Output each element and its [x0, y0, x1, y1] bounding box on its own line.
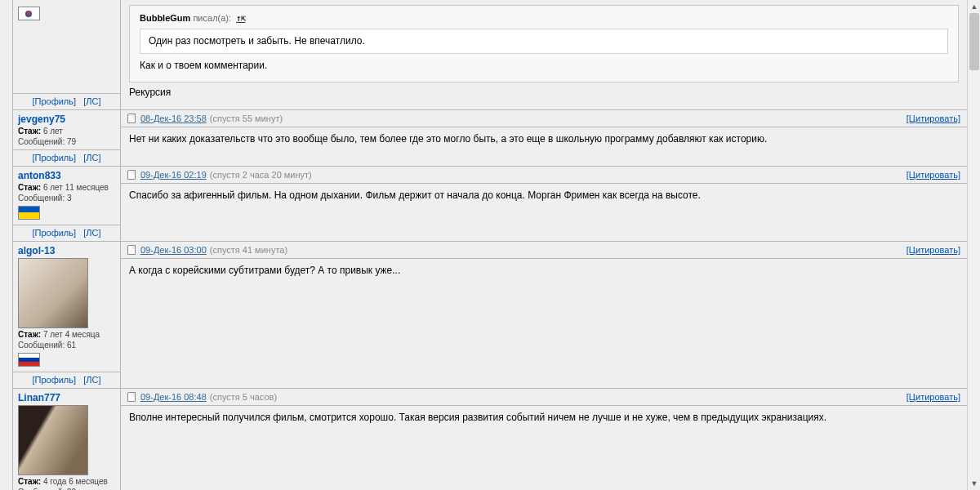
- user-tenure: Стаж: 6 лет: [18, 127, 115, 136]
- user-actions: [Профиль] [ЛС]: [13, 93, 120, 109]
- forum-post: Linan777Стаж: 4 года 6 месяцевСообщений:…: [13, 389, 967, 490]
- user-actions: [Профиль] [ЛС]: [13, 225, 120, 241]
- posts-label: Сообщений:: [18, 341, 65, 350]
- post-text: Нет ни каких доказательств что это вообщ…: [129, 132, 959, 146]
- forum-post: algol-13Стаж: 7 лет 4 месяцаСообщений: 6…: [13, 242, 967, 389]
- user-avatar: [18, 405, 88, 475]
- post-body: Вполне интересный получился фильм, смотр…: [121, 406, 967, 490]
- profile-link[interactable]: [Профиль]: [32, 153, 76, 163]
- tenure-label: Стаж:: [18, 330, 41, 339]
- user-cell: jevgeny75Стаж: 6 летСообщений: 79[Профил…: [13, 110, 121, 166]
- user-post-count: Сообщений: 3: [18, 194, 115, 203]
- user-cell: Linan777Стаж: 4 года 6 месяцевСообщений:…: [13, 389, 121, 490]
- post-delta: (спустя 55 минут): [210, 114, 283, 123]
- pm-link[interactable]: [ЛС]: [83, 228, 100, 238]
- user-tenure: Стаж: 6 лет 11 месяцев: [18, 183, 115, 192]
- quote-button[interactable]: [Цитировать]: [906, 170, 960, 180]
- forum-post: anton833Стаж: 6 лет 11 месяцевСообщений:…: [13, 167, 967, 242]
- post-header: 08-Дек-16 23:58(спустя 55 минут)[Цитиров…: [121, 110, 967, 127]
- user-cell: [Профиль] [ЛС]: [13, 0, 121, 109]
- post-delta: (спустя 5 часов): [210, 392, 277, 402]
- tenure-label: Стаж:: [18, 127, 41, 136]
- user-post-count: Сообщений: 79: [18, 137, 115, 146]
- quote-button[interactable]: [Цитировать]: [906, 392, 960, 402]
- message-cell: 09-Дек-16 02:19(спустя 2 часа 20 минут)[…: [121, 167, 967, 241]
- post-body: BubbleGum писал(а): ↑⇱Один раз посмотрет…: [121, 0, 967, 109]
- post-text: Вполне интересный получился фильм, смотр…: [129, 411, 959, 425]
- tenure-label: Стаж:: [18, 477, 41, 486]
- username-link[interactable]: Linan777: [18, 392, 115, 403]
- tenure-value: 6 лет 11 месяцев: [43, 183, 109, 192]
- profile-link[interactable]: [Профиль]: [32, 375, 76, 385]
- quote-reply-text: Как и о твоем комментарии.: [140, 59, 948, 73]
- user-avatar: [18, 258, 88, 328]
- scroll-up-icon[interactable]: ▲: [968, 0, 980, 13]
- scroll-down-icon[interactable]: ▼: [968, 477, 980, 490]
- username-link[interactable]: anton833: [18, 170, 115, 181]
- forum-post: [Профиль] [ЛС]BubbleGum писал(а): ↑⇱Один…: [13, 0, 967, 110]
- quote-header: BubbleGum писал(а): ↑⇱: [140, 12, 948, 25]
- post-date-link[interactable]: 08-Дек-16 23:58: [140, 114, 207, 123]
- posts-value: 3: [67, 194, 72, 203]
- pm-link[interactable]: [ЛС]: [83, 375, 100, 385]
- page-icon: [127, 392, 136, 402]
- quote-author: BubbleGum: [140, 13, 190, 23]
- posts-label: Сообщений:: [18, 137, 65, 146]
- tenure-value: 7 лет 4 месяца: [43, 330, 100, 339]
- post-delta: (спустя 41 минута): [210, 245, 287, 255]
- forum-post: jevgeny75Стаж: 6 летСообщений: 79[Профил…: [13, 110, 967, 167]
- tenure-value: 6 лет: [43, 127, 63, 136]
- message-cell: 09-Дек-16 03:00(спустя 41 минута)[Цитиро…: [121, 242, 967, 388]
- user-tenure: Стаж: 4 года 6 месяцев: [18, 477, 115, 486]
- user-cell: anton833Стаж: 6 лет 11 месяцевСообщений:…: [13, 167, 121, 241]
- scrollbar-track[interactable]: ▲ ▼: [967, 0, 980, 490]
- quote-jump-icon[interactable]: ↑⇱: [236, 12, 245, 25]
- quote-button[interactable]: [Цитировать]: [906, 114, 960, 123]
- profile-link[interactable]: [Профиль]: [32, 96, 76, 106]
- user-tenure: Стаж: 7 лет 4 месяца: [18, 330, 115, 339]
- post-date-link[interactable]: 09-Дек-16 02:19: [140, 170, 207, 180]
- post-header: 09-Дек-16 03:00(спустя 41 минута)[Цитиро…: [121, 242, 967, 259]
- post-text: Спасибо за афигенный фильм. На одном дых…: [129, 189, 959, 203]
- user-actions: [Профиль] [ЛС]: [13, 149, 120, 166]
- page-icon: [127, 170, 136, 180]
- quote-button[interactable]: [Цитировать]: [906, 245, 960, 255]
- post-date-link[interactable]: 09-Дек-16 08:48: [140, 392, 207, 402]
- page-icon: [127, 245, 136, 255]
- pm-link[interactable]: [ЛС]: [83, 153, 100, 163]
- post-body: Нет ни каких доказательств что это вообщ…: [121, 127, 967, 166]
- country-flag-icon: [18, 206, 40, 220]
- post-text: А когда с корейскими субтитрами будет? А…: [129, 264, 959, 278]
- scrollbar-thumb[interactable]: [969, 13, 979, 70]
- post-body: Спасибо за афигенный фильм. На одном дых…: [121, 184, 967, 241]
- post-delta: (спустя 2 часа 20 минут): [210, 170, 312, 180]
- post-body: А когда с корейскими субтитрами будет? А…: [121, 259, 967, 388]
- pm-link[interactable]: [ЛС]: [83, 96, 100, 106]
- country-flag-icon: [18, 7, 40, 20]
- tenure-label: Стаж:: [18, 183, 41, 192]
- quote-inner-text: Один раз посмотреть и забыть. Не впечатл…: [140, 29, 948, 54]
- user-cell: algol-13Стаж: 7 лет 4 месяцаСообщений: 6…: [13, 242, 121, 388]
- tenure-value: 4 года 6 месяцев: [43, 477, 108, 486]
- quote-block: BubbleGum писал(а): ↑⇱Один раз посмотрет…: [129, 5, 959, 82]
- posts-label: Сообщений:: [18, 194, 65, 203]
- page-icon: [127, 114, 136, 123]
- profile-link[interactable]: [Профиль]: [32, 228, 76, 238]
- posts-value: 61: [67, 341, 76, 350]
- country-flag-icon: [18, 353, 40, 367]
- post-text: Рекурсия: [129, 86, 959, 100]
- post-header: 09-Дек-16 08:48(спустя 5 часов)[Цитирова…: [121, 389, 967, 406]
- user-post-count: Сообщений: 61: [18, 341, 115, 350]
- message-cell: 09-Дек-16 08:48(спустя 5 часов)[Цитирова…: [121, 389, 967, 490]
- message-cell: 08-Дек-16 23:58(спустя 55 минут)[Цитиров…: [121, 110, 967, 166]
- user-actions: [Профиль] [ЛС]: [13, 372, 120, 388]
- message-cell: BubbleGum писал(а): ↑⇱Один раз посмотрет…: [121, 0, 967, 109]
- post-date-link[interactable]: 09-Дек-16 03:00: [140, 245, 207, 255]
- wrote-label: писал(а):: [193, 13, 231, 23]
- username-link[interactable]: algol-13: [18, 245, 115, 256]
- username-link[interactable]: jevgeny75: [18, 114, 115, 125]
- posts-value: 79: [67, 137, 76, 146]
- post-header: 09-Дек-16 02:19(спустя 2 часа 20 минут)[…: [121, 167, 967, 184]
